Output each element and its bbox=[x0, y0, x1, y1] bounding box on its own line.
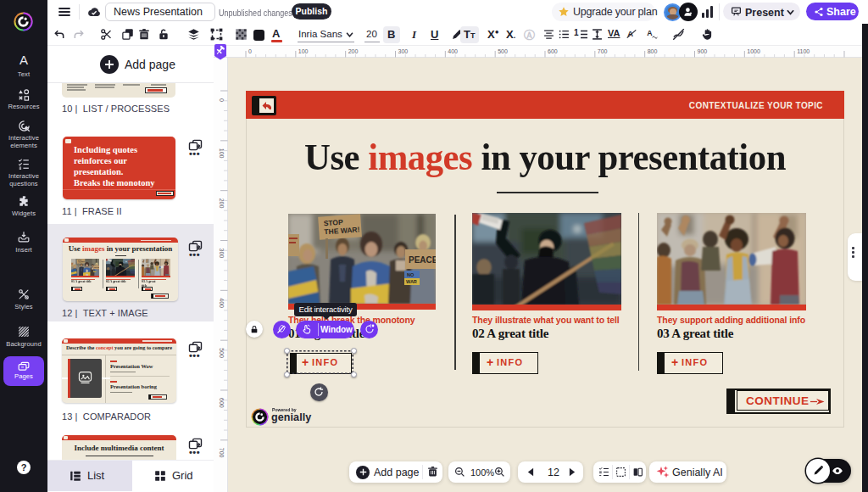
svg-text:A: A bbox=[647, 29, 653, 37]
svg-text:100: 100 bbox=[298, 48, 309, 54]
svg-text:1000: 1000 bbox=[747, 48, 760, 54]
svg-text:700: 700 bbox=[219, 448, 225, 458]
svg-text:300: 300 bbox=[398, 48, 408, 54]
svg-text:400: 400 bbox=[448, 48, 458, 54]
svg-text:100: 100 bbox=[219, 148, 225, 159]
svg-text:900: 900 bbox=[697, 48, 707, 54]
svg-text:800: 800 bbox=[648, 48, 658, 54]
svg-text:600: 600 bbox=[219, 398, 225, 408]
svg-text:300: 300 bbox=[219, 248, 225, 258]
svg-text:200: 200 bbox=[348, 48, 359, 54]
svg-text:200: 200 bbox=[219, 198, 225, 209]
svg-text:700: 700 bbox=[598, 48, 608, 54]
svg-text:500: 500 bbox=[219, 348, 225, 358]
svg-text:400: 400 bbox=[219, 298, 225, 308]
svg-text:1100: 1100 bbox=[797, 48, 810, 54]
svg-text:0: 0 bbox=[248, 48, 252, 54]
svg-text:600: 600 bbox=[548, 48, 558, 54]
svg-text:500: 500 bbox=[498, 48, 508, 54]
svg-text:0: 0 bbox=[219, 98, 225, 102]
